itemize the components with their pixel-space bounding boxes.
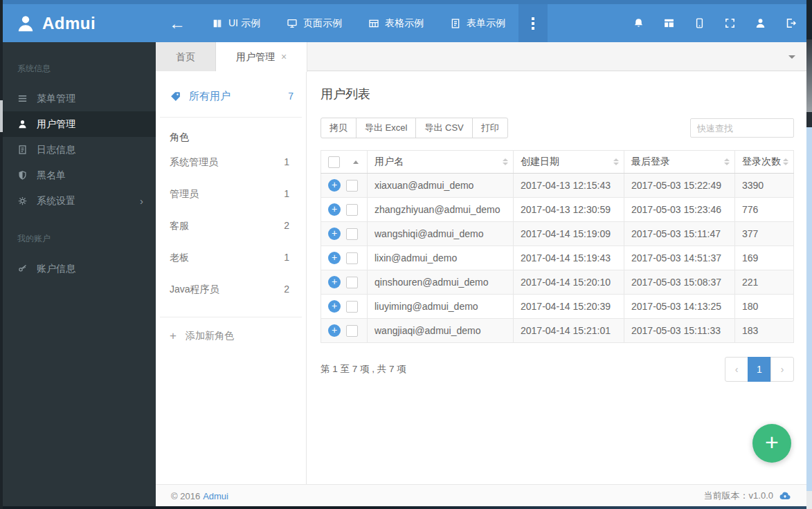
- cell-username: lixin@admui_demo: [368, 246, 514, 270]
- cell-login-count: 221: [735, 270, 794, 295]
- user-icon[interactable]: [755, 17, 766, 29]
- column-header-login-count[interactable]: 登录次数: [735, 151, 794, 174]
- brand-logo[interactable]: Admui: [15, 13, 96, 34]
- role-name: Java程序员: [170, 284, 219, 296]
- sidebar-item-system-settings[interactable]: 系统设置 ›: [0, 188, 156, 214]
- add-user-fab-button[interactable]: +: [752, 424, 791, 463]
- cell-username: zhangzhiyuan@admui_demo: [368, 198, 514, 222]
- export-button-group: 拷贝 导出 Excel 导出 CSV 打印: [321, 118, 508, 138]
- table-icon: [368, 18, 379, 29]
- back-arrow-icon[interactable]: ←: [156, 4, 199, 42]
- more-menu-button[interactable]: [518, 4, 548, 42]
- nav-item-label: UI 示例: [228, 17, 260, 30]
- sidebar-item-label: 系统设置: [37, 195, 75, 207]
- cell-created: 2017-04-14 15:20:10: [514, 270, 624, 295]
- fullscreen-icon[interactable]: [724, 17, 736, 29]
- row-checkbox[interactable]: [346, 252, 358, 264]
- shield-icon: [17, 170, 28, 181]
- sidebar-scrollbar-thumb[interactable]: [0, 100, 3, 132]
- mobile-icon[interactable]: [694, 17, 705, 29]
- all-users-filter[interactable]: 所有用户 7: [170, 84, 296, 109]
- export-excel-button[interactable]: 导出 Excel: [356, 118, 416, 138]
- sidebar-item-menu-management[interactable]: 菜单管理: [0, 86, 156, 111]
- page-button-1[interactable]: 1: [748, 357, 771, 382]
- footer-brand-link[interactable]: Admui: [203, 491, 228, 501]
- row-checkbox[interactable]: [346, 180, 358, 192]
- tab-user-management[interactable]: 用户管理×: [216, 42, 307, 72]
- close-icon[interactable]: ×: [281, 51, 287, 62]
- layout-icon[interactable]: [663, 17, 675, 29]
- column-header-last-login[interactable]: 最后登录: [624, 151, 735, 174]
- nav-item-table-demo[interactable]: 表格示例: [355, 4, 437, 42]
- prev-page-button[interactable]: ‹: [725, 357, 748, 382]
- role-item-support[interactable]: 客服 2: [156, 210, 306, 242]
- print-button[interactable]: 打印: [472, 118, 508, 138]
- role-name: 管理员: [170, 188, 199, 201]
- tab-dropdown-caret-icon[interactable]: [788, 55, 795, 59]
- sidebar-item-user-management[interactable]: 用户管理: [0, 111, 156, 137]
- role-name: 系统管理员: [170, 156, 218, 169]
- select-all-header[interactable]: [321, 151, 368, 174]
- sidebar-scrollbar: [0, 0, 3, 509]
- cell-created: 2017-04-14 15:20:39: [514, 295, 624, 319]
- tab-bar: 首页 用户管理×: [156, 42, 806, 71]
- sort-icons: [613, 158, 619, 165]
- copy-button[interactable]: 拷贝: [321, 118, 357, 138]
- role-item-boss[interactable]: 老板 1: [156, 242, 306, 274]
- column-header-created[interactable]: 创建日期: [514, 151, 624, 174]
- logout-icon[interactable]: [785, 17, 797, 29]
- row-checkbox[interactable]: [346, 301, 358, 313]
- export-csv-button[interactable]: 导出 CSV: [415, 118, 472, 138]
- sort-asc-icon: [353, 160, 359, 164]
- column-label: 用户名: [375, 156, 404, 167]
- tab-home[interactable]: 首页: [156, 42, 216, 71]
- cell-last-login: 2017-05-03 15:08:37: [624, 270, 735, 295]
- cell-username: liuyiming@admui_demo: [368, 295, 514, 319]
- role-count: 2: [284, 284, 289, 296]
- row-checkbox[interactable]: [346, 277, 358, 288]
- table-info-text: 第 1 至 7 项 , 共 7 项: [321, 363, 406, 376]
- quick-search-input[interactable]: [690, 118, 794, 138]
- sidebar-item-blacklist[interactable]: 黑名单: [0, 163, 156, 188]
- expand-row-icon[interactable]: +: [328, 276, 341, 288]
- page-title: 用户列表: [321, 86, 794, 102]
- role-item-admin[interactable]: 管理员 1: [156, 178, 306, 210]
- expand-row-icon[interactable]: +: [328, 203, 341, 216]
- cell-username: wangjiaqi@admui_demo: [368, 319, 514, 343]
- row-checkbox[interactable]: [346, 325, 358, 337]
- expand-row-icon[interactable]: +: [328, 324, 341, 337]
- sidebar-item-account-info[interactable]: 账户信息: [0, 256, 156, 281]
- role-item-java-dev[interactable]: Java程序员 2: [156, 274, 306, 306]
- cell-created: 2017-04-14 15:21:01: [514, 319, 624, 343]
- file-icon: [17, 145, 28, 155]
- bell-icon[interactable]: [633, 17, 644, 29]
- role-item-sysadmin[interactable]: 系统管理员 1: [156, 147, 306, 178]
- sidebar-item-label: 菜单管理: [37, 93, 75, 105]
- expand-row-icon[interactable]: +: [328, 179, 341, 192]
- cell-login-count: 169: [735, 246, 794, 270]
- column-header-username[interactable]: 用户名: [368, 151, 514, 174]
- next-page-button[interactable]: ›: [770, 357, 794, 382]
- nav-item-page-demo[interactable]: 页面示例: [273, 4, 355, 42]
- tag-icon: [170, 91, 181, 102]
- nav-item-ui-demo[interactable]: UI 示例: [199, 4, 273, 42]
- expand-row-icon[interactable]: +: [328, 252, 341, 264]
- tab-label: 首页: [176, 51, 195, 62]
- add-role-button[interactable]: + 添加新角色: [156, 317, 306, 355]
- sidebar-item-label: 日志信息: [37, 144, 75, 156]
- page-scrollbar-thumb[interactable]: [806, 39, 812, 112]
- table-header-row: 用户名 创建日期 最后登录 登录次数: [321, 151, 794, 174]
- cloud-upload-icon[interactable]: [779, 490, 791, 502]
- row-checkbox[interactable]: [346, 204, 358, 216]
- nav-item-form-demo[interactable]: 表单示例: [437, 4, 518, 42]
- all-users-count: 7: [288, 91, 294, 102]
- sidebar-item-log-info[interactable]: 日志信息: [0, 137, 156, 163]
- expand-row-icon[interactable]: +: [328, 228, 341, 240]
- cell-login-count: 377: [735, 222, 794, 246]
- row-checkbox[interactable]: [346, 228, 358, 240]
- expand-row-icon[interactable]: +: [328, 300, 341, 313]
- select-all-checkbox[interactable]: [328, 156, 340, 168]
- table-row: + wangshiqi@admui_demo 2017-04-14 15:19:…: [321, 222, 794, 246]
- roles-panel: 所有用户 7 角色 系统管理员 1 管理员 1 客服 2 老板 1 Java程序…: [156, 71, 307, 484]
- cell-created: 2017-04-14 15:19:43: [514, 246, 624, 270]
